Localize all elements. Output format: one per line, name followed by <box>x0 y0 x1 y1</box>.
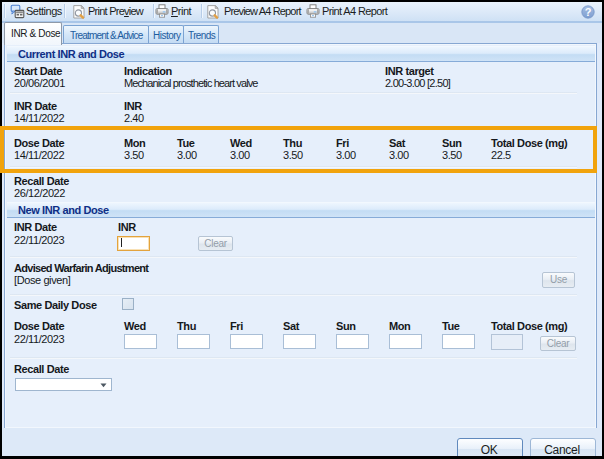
svg-text:?: ? <box>585 6 592 18</box>
